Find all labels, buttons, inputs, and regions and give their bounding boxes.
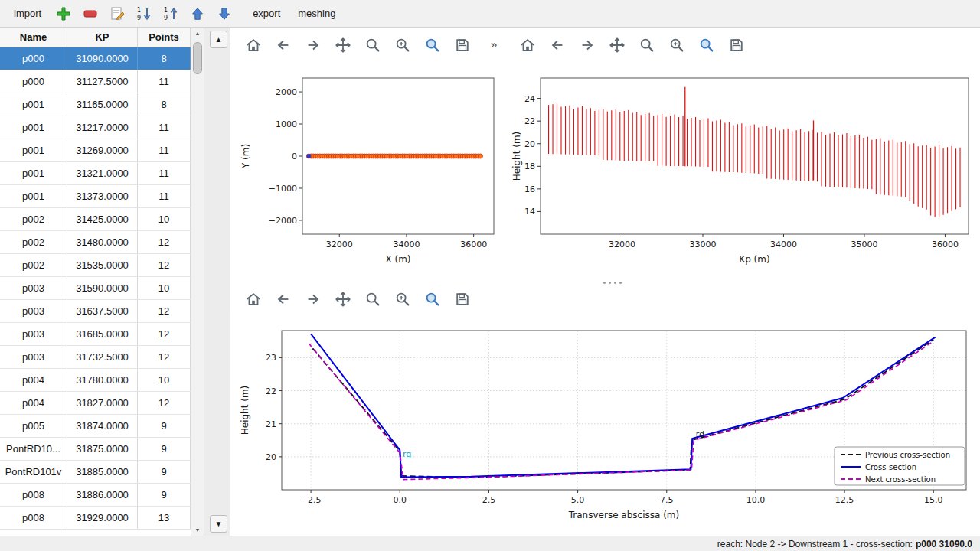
name-cell[interactable]: p008 — [0, 507, 67, 529]
points-cell[interactable]: 9 — [138, 461, 191, 483]
kp-cell[interactable]: 31875.0000 — [67, 438, 138, 460]
table-row[interactable]: p00431827.000012 — [0, 392, 191, 415]
table-row[interactable]: p00131217.000011 — [0, 116, 191, 139]
points-cell[interactable]: 11 — [138, 70, 191, 93]
kp-cell[interactable]: 31090.0000 — [67, 47, 138, 70]
table-scrollbar[interactable]: ▲ ▼ — [191, 28, 204, 536]
name-cell[interactable]: PontRD10... — [0, 438, 67, 460]
scrollbar-thumb[interactable] — [193, 42, 202, 74]
kp-cell[interactable]: 31480.0000 — [67, 231, 138, 253]
name-cell[interactable]: p004 — [0, 392, 67, 414]
kp-cell[interactable]: 31885.0000 — [67, 461, 138, 483]
points-cell[interactable]: 12 — [138, 300, 191, 322]
table-row[interactable]: p00331590.000010 — [0, 277, 191, 300]
kp-cell[interactable]: 31217.0000 — [67, 116, 138, 139]
move-up-button[interactable] — [187, 3, 208, 24]
pan-button[interactable] — [606, 34, 629, 57]
kp-cell[interactable]: 31685.0000 — [67, 323, 138, 345]
configure-subplots-button[interactable] — [391, 288, 414, 311]
points-cell[interactable]: 12 — [138, 346, 191, 368]
back-button[interactable] — [546, 34, 569, 57]
points-cell[interactable]: 12 — [138, 254, 191, 276]
zoom-button[interactable] — [635, 34, 658, 57]
table-row[interactable]: p00331637.500012 — [0, 300, 191, 323]
name-cell[interactable]: p008 — [0, 484, 67, 506]
points-cell[interactable]: 11 — [138, 162, 191, 184]
back-button[interactable] — [272, 34, 295, 57]
name-cell[interactable]: p001 — [0, 162, 67, 184]
customize-button[interactable] — [421, 288, 444, 311]
points-cell[interactable]: 9 — [138, 438, 191, 460]
pan-button[interactable] — [332, 34, 354, 57]
points-cell[interactable]: 8 — [138, 93, 191, 116]
kp-cell[interactable]: 31886.0000 — [67, 484, 138, 506]
table-row[interactable]: p00131269.000011 — [0, 139, 191, 162]
name-cell[interactable]: p002 — [0, 254, 67, 276]
table-row[interactable]: p00231535.000012 — [0, 254, 191, 277]
customize-button[interactable] — [695, 34, 718, 57]
kp-cell[interactable]: 31321.0000 — [67, 162, 138, 184]
kp-cell[interactable]: 31425.0000 — [67, 208, 138, 230]
configure-subplots-button[interactable] — [665, 34, 688, 57]
table-row[interactable]: p00131321.000011 — [0, 162, 191, 185]
kp-cell[interactable]: 31929.0000 — [67, 507, 138, 529]
back-button[interactable] — [272, 288, 295, 311]
column-header-name[interactable]: Name — [0, 28, 67, 47]
cross-section-plot[interactable]: rgrdPrevious cross-sectionCross-sectionN… — [230, 312, 980, 536]
kp-cell[interactable]: 31269.0000 — [67, 139, 138, 161]
splitter-handle[interactable] — [596, 280, 629, 285]
kp-cell[interactable]: 31535.0000 — [67, 254, 138, 276]
name-cell[interactable]: p001 — [0, 185, 67, 207]
export-button[interactable]: export — [247, 5, 286, 22]
kp-cell[interactable]: 31165.0000 — [67, 93, 138, 116]
home-button[interactable] — [242, 288, 265, 311]
points-cell[interactable]: 12 — [138, 323, 191, 345]
configure-subplots-button[interactable] — [391, 34, 414, 57]
kp-cell[interactable]: 31590.0000 — [67, 277, 138, 299]
kp-cell[interactable]: 31780.0000 — [67, 369, 138, 391]
table-row[interactable]: p00531874.00009 — [0, 415, 191, 438]
panel-scroll-up-button[interactable]: ▲ — [210, 31, 227, 48]
points-cell[interactable]: 10 — [138, 208, 191, 230]
table-row[interactable]: p00231480.000012 — [0, 231, 191, 254]
name-cell[interactable]: p002 — [0, 208, 67, 230]
name-cell[interactable]: p000 — [0, 70, 67, 93]
name-cell[interactable]: p003 — [0, 346, 67, 368]
kp-cell[interactable]: 31373.0000 — [67, 185, 138, 207]
table-row[interactable]: p00331685.000012 — [0, 323, 191, 346]
home-button[interactable] — [516, 34, 539, 57]
zoom-button[interactable] — [361, 288, 384, 311]
add-section-button[interactable] — [53, 3, 74, 24]
plan-view-plot[interactable]: 320003400036000−2000−1000010002000X (m)Y… — [234, 61, 503, 283]
name-cell[interactable]: p003 — [0, 277, 67, 299]
toolbar-overflow-indicator[interactable]: » — [491, 37, 497, 51]
table-row[interactable]: p00131373.000011 — [0, 185, 191, 208]
points-cell[interactable]: 8 — [138, 47, 191, 70]
table-row[interactable]: PontRD101v31885.00009 — [0, 461, 191, 484]
points-cell[interactable]: 11 — [138, 139, 191, 161]
forward-button[interactable] — [302, 288, 325, 311]
kp-cell[interactable]: 31874.0000 — [67, 415, 138, 437]
points-cell[interactable]: 12 — [138, 231, 191, 253]
name-cell[interactable]: p003 — [0, 323, 67, 345]
sort-descending-button[interactable]: 19 — [133, 3, 155, 24]
column-header-points[interactable]: Points — [138, 28, 191, 47]
save-button[interactable] — [451, 288, 474, 311]
home-button[interactable] — [242, 34, 265, 57]
save-button[interactable] — [451, 34, 474, 57]
panel-scroll-down-button[interactable]: ▼ — [210, 515, 227, 533]
points-cell[interactable]: 10 — [138, 277, 191, 299]
name-cell[interactable]: p001 — [0, 116, 67, 139]
table-row[interactable]: p00431780.000010 — [0, 369, 191, 392]
kp-cell[interactable]: 31637.5000 — [67, 300, 138, 322]
points-cell[interactable]: 13 — [138, 507, 191, 529]
save-button[interactable] — [725, 34, 748, 57]
name-cell[interactable]: PontRD101v — [0, 461, 67, 483]
kp-cell[interactable]: 31127.5000 — [67, 70, 138, 93]
customize-button[interactable] — [421, 34, 444, 57]
pan-button[interactable] — [332, 288, 354, 311]
points-cell[interactable]: 9 — [138, 415, 191, 437]
table-row[interactable]: p00231425.000010 — [0, 208, 191, 231]
table-row[interactable]: p00031090.00008 — [0, 47, 191, 70]
name-cell[interactable]: p004 — [0, 369, 67, 391]
